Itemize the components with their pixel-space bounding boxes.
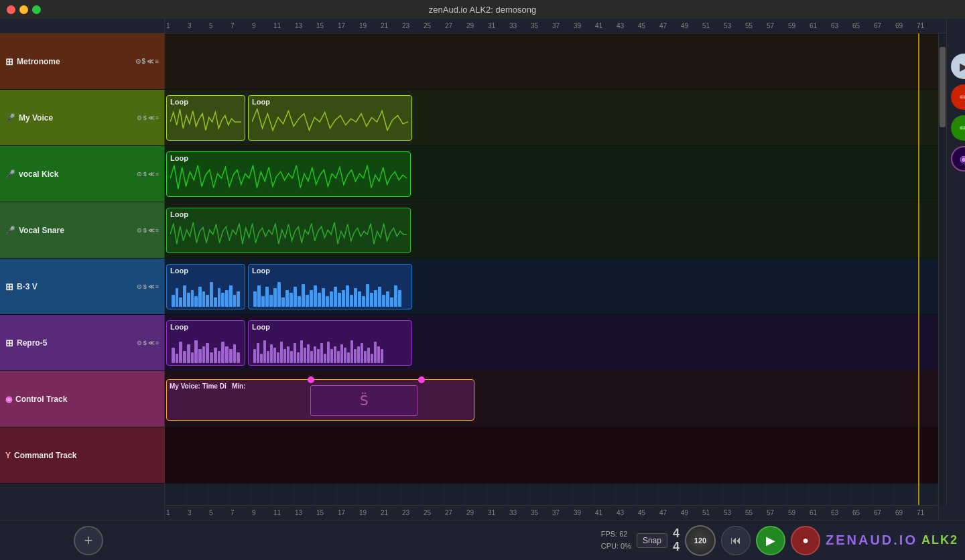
midi-icon-b3v: ⊞ (5, 281, 13, 292)
tempo-knob[interactable]: 120 (685, 525, 716, 556)
bottom-ruler-mark: 17 (338, 509, 359, 516)
track-icon-v4[interactable]: ≪ (148, 283, 154, 290)
track-controls-b3v[interactable]: ⊙ $ ≪ ≡ (137, 283, 159, 290)
clip-label-vk: Loop (170, 154, 407, 162)
track-controls-myvoice[interactable]: ⊙ $ ≪ ≡ (137, 115, 159, 121)
ruler-mark: 3 (188, 22, 209, 29)
track-label-myvoice: 🎤 My Voice ⊙ $ ≪ ≡ (0, 90, 164, 146)
clip-label-2: Loop (252, 98, 408, 106)
track-row-vocalkick[interactable]: Loop (165, 146, 938, 202)
ruler-mark: 33 (509, 22, 531, 29)
clip-vocalsnare-1[interactable]: Loop (166, 208, 411, 253)
pencil-green-button[interactable]: ✏ (951, 115, 966, 141)
ruler-mark: 41 (595, 22, 617, 29)
add-icon: + (84, 532, 93, 549)
clip-repro5-1[interactable]: Loop (166, 320, 245, 366)
add-track-button[interactable]: + (74, 526, 103, 555)
track-icon-m5[interactable]: $ (143, 340, 147, 346)
ruler-mark: 9 (252, 22, 273, 29)
track-name-repro5: Repro-5 (17, 338, 137, 348)
track-icon-v5[interactable]: ≪ (148, 340, 154, 346)
track-icon-e3[interactable]: ≡ (155, 227, 159, 234)
cursor-tool-button[interactable]: ▶ (951, 54, 966, 79)
track-row-b3v[interactable]: Loop (165, 259, 938, 315)
snap-button[interactable]: Snap (637, 533, 667, 548)
scroll-thumb[interactable] (940, 47, 946, 127)
track-icon-s3[interactable]: ⊙ (137, 227, 142, 234)
track-row-myvoice[interactable]: Loop Loop (165, 90, 938, 146)
track-name-controltrack: Control Track (15, 395, 159, 404)
track-row-commandtrack[interactable] (165, 427, 938, 484)
automation-button[interactable]: ◉ (951, 146, 966, 171)
tracks-grid[interactable]: Loop Loop (165, 33, 938, 505)
track-icon4[interactable]: ≡ (155, 58, 159, 65)
close-button[interactable] (7, 5, 15, 14)
bottom-ruler-mark: 39 (574, 509, 595, 516)
timeline-ruler[interactable]: 1 3 5 7 9 11 13 15 17 19 21 23 25 27 29 … (165, 19, 946, 33)
ruler-mark: 71 (917, 22, 938, 29)
clip-vocalkick-1[interactable]: Loop (166, 151, 411, 197)
bottom-ruler[interactable]: 1 3 5 7 9 11 13 15 17 19 21 23 25 27 29 … (165, 505, 938, 520)
track-icon-s5[interactable]: ⊙ (137, 340, 142, 346)
track-icon-v[interactable]: ≪ (148, 115, 154, 121)
clip-b3v-1[interactable]: Loop (166, 264, 245, 309)
track-controls-metronome[interactable]: ⊙ $ ≪ ≡ (135, 58, 159, 65)
ruler-mark: 29 (466, 22, 488, 29)
control-segment-icon: S̈ (360, 393, 369, 409)
rewind-button[interactable]: ⏮ (721, 526, 751, 555)
track-controls-vocalkick[interactable]: ⊙ $ ≪ ≡ (137, 171, 159, 178)
bottom-ruler-marks: 1 3 5 7 9 11 13 15 17 19 21 23 25 27 29 … (165, 506, 938, 520)
control-clip-segment[interactable]: S̈ (310, 385, 417, 416)
ruler-mark: 31 (488, 22, 509, 29)
record-button[interactable]: ● (791, 526, 820, 555)
clip-controltrack-1[interactable]: My Voice: Time Di Min: S̈ (166, 379, 474, 421)
track-row-controltrack[interactable]: My Voice: Time Di Min: S̈ (165, 371, 938, 427)
track-controls-repro5[interactable]: ⊙ $ ≪ ≡ (137, 340, 159, 346)
ruler-mark: 57 (767, 22, 788, 29)
track-icon1[interactable]: ⊙ (135, 58, 141, 65)
track-icon-m2[interactable]: $ (143, 171, 147, 178)
control-dot-left[interactable] (308, 376, 314, 383)
track-icon2[interactable]: $ (142, 58, 146, 65)
track-controls-vocalsnare[interactable]: ⊙ $ ≪ ≡ (137, 227, 159, 234)
clip-label-rp1: Loop (170, 323, 241, 331)
track-icon-v3[interactable]: ≪ (148, 227, 154, 234)
clip-label-rp2: Loop (252, 323, 408, 331)
track-icon-e4[interactable]: ≡ (155, 283, 159, 290)
maximize-button[interactable] (32, 5, 41, 14)
vertical-scrollbar[interactable] (938, 33, 946, 505)
track-row-repro5[interactable]: Loop (165, 315, 938, 371)
track-icon-s[interactable]: ⊙ (137, 115, 142, 121)
track-icon3[interactable]: ≪ (147, 58, 153, 65)
track-row-vocalsnare[interactable]: Loop (165, 202, 938, 259)
ruler-mark: 35 (531, 22, 552, 29)
minimize-button[interactable] (19, 5, 28, 14)
window-controls[interactable] (7, 5, 41, 14)
play-icon: ▶ (766, 533, 775, 548)
track-icon-s2[interactable]: ⊙ (137, 171, 142, 178)
clip-myvoice-2[interactable]: Loop (248, 95, 412, 141)
bottom-ruler-mark: 59 (788, 509, 810, 516)
brand-version: ALK2 (921, 533, 958, 547)
clip-b3v-2[interactable]: Loop (248, 264, 412, 309)
control-dot-right[interactable] (418, 376, 425, 383)
pencil-red-button[interactable]: ✏ (951, 84, 966, 110)
track-row-metronome[interactable] (165, 33, 938, 90)
track-icon-e2[interactable]: ≡ (155, 171, 159, 178)
clip-repro5-2[interactable]: Loop (248, 320, 412, 366)
track-label-controltrack: ◉ Control Track (0, 371, 164, 427)
track-icon-s4[interactable]: ⊙ (137, 283, 142, 290)
bottom-ruler-mark: 7 (231, 509, 252, 516)
rewind-icon: ⏮ (730, 535, 741, 547)
track-icon-m4[interactable]: $ (143, 283, 147, 290)
track-icon-e[interactable]: ≡ (155, 115, 159, 121)
ruler-mark: 11 (273, 22, 295, 29)
track-icon-m3[interactable]: $ (143, 227, 147, 234)
track-icon-v2[interactable]: ≪ (148, 171, 154, 178)
ruler-mark: 25 (424, 22, 445, 29)
performance-stats: FPS: 62 CPU: 0% (601, 529, 631, 552)
clip-myvoice-1[interactable]: Loop (166, 95, 245, 141)
play-button[interactable]: ▶ (756, 526, 785, 555)
track-icon-m[interactable]: $ (143, 115, 147, 121)
track-icon-e5[interactable]: ≡ (155, 340, 159, 346)
